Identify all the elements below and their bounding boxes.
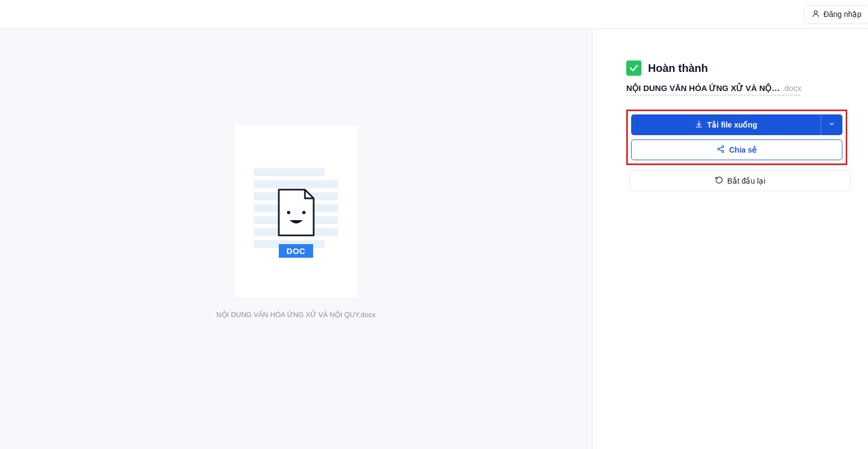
svg-line-6 [719,147,722,149]
status-text: Hoàn thành [648,62,708,75]
svg-point-2 [302,211,305,214]
svg-point-3 [722,145,724,148]
share-button[interactable]: Chia sẻ [631,139,842,160]
filename-text: NỘI DUNG VĂN HÓA ỨNG XỬ VÀ NỘ… [626,83,780,93]
filename-editable[interactable]: NỘI DUNG VĂN HÓA ỨNG XỬ VÀ NỘ… .docx [626,83,800,95]
user-icon [811,9,820,20]
svg-point-0 [815,10,817,13]
document-smile-icon [277,187,316,238]
preview-area: DOC NỘI DUNG VĂN HÓA ỨNG XỬ VÀ NỘI QUY.d… [0,29,592,449]
chevron-down-icon [828,120,835,129]
restart-button[interactable]: Bắt đầu lại [629,171,851,191]
share-label: Chia sẻ [729,145,757,154]
svg-line-7 [719,149,722,151]
filename-extension: .docx [782,83,802,93]
highlight-box: Tải file xuống Chia sẻ [626,110,847,165]
svg-point-5 [722,150,724,153]
login-button[interactable]: Đăng nhập [804,5,868,24]
svg-point-4 [718,148,720,150]
preview-card: DOC [234,124,359,299]
restart-icon [715,176,723,186]
download-label: Tải file xuống [707,120,757,129]
preview-filename: NỘI DUNG VĂN HÓA ỨNG XỬ VÀ NỘI QUY.docx [216,311,375,319]
download-options-button[interactable] [821,114,842,135]
share-icon [717,145,725,155]
svg-point-1 [287,211,290,214]
login-label: Đăng nhập [823,10,861,19]
download-icon [695,120,703,130]
skeleton-line [254,180,338,188]
side-panel: Hoàn thành NỘI DUNG VĂN HÓA ỨNG XỬ VÀ NỘ… [592,29,868,449]
download-button[interactable]: Tải file xuống [631,114,821,135]
doc-badge: DOC [279,244,313,258]
skeleton-line [254,168,325,176]
success-check-icon [626,60,641,76]
restart-label: Bắt đầu lại [728,177,766,185]
